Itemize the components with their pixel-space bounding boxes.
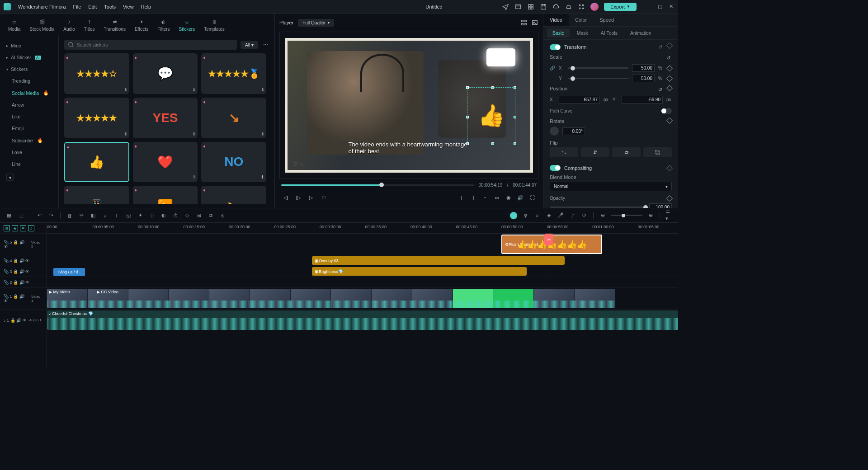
track-head-2[interactable]: 📎 2 🔒 🔊 👁 [0,277,47,288]
record-icon[interactable] [510,212,517,219]
sidebar-mine[interactable]: Mine [0,40,58,52]
select-tool-icon[interactable]: ⬚ [17,212,24,219]
pos-keyframe[interactable] [666,85,673,91]
mark-out-icon[interactable]: } [470,194,477,201]
scale-x-slider[interactable] [568,67,628,69]
keyframe-tool-icon[interactable]: ◇ [184,212,191,219]
picture-icon[interactable] [531,19,538,26]
zoom-in-icon[interactable]: ⊕ [647,212,654,219]
scale-reset-icon[interactable]: ↺ [665,54,672,61]
scale-y-keyframe[interactable] [666,75,673,81]
panel-icon[interactable] [514,3,522,10]
list-icon[interactable]: ☰ ▾ [665,212,673,219]
clip-audio[interactable]: ♪ Cheerful Christmas 💎 [47,310,678,330]
category-love[interactable]: Love [0,146,58,158]
track-head-a1[interactable]: ♪ 1 🔒 🔊 👁Audio 1 [0,310,47,331]
media-tab-stickers[interactable]: ☺Stickers [176,16,198,33]
menu-tools[interactable]: Tools [104,4,116,9]
track-icon[interactable]: ⊞ [195,212,203,219]
audio-snap-icon[interactable]: ♫ [28,225,34,231]
link-snap-icon[interactable]: ⧉ [20,225,26,231]
apps-icon[interactable] [578,3,585,10]
category-trending[interactable]: Trending [0,75,58,87]
text-tool-icon[interactable]: T [113,212,120,219]
mic-icon[interactable]: 🎤 [557,212,564,219]
selected-sticker-overlay[interactable]: 👍 [467,87,515,144]
category-arrow[interactable]: Arrow [0,99,58,111]
opacity-slider[interactable] [550,207,646,208]
subtab-basic[interactable]: Basic [547,28,570,38]
layout-icon[interactable] [527,3,534,10]
pathcurve-toggle[interactable] [661,108,672,114]
zoom-slider[interactable] [611,215,642,216]
color-tool-icon[interactable]: ◐ [160,212,167,219]
media-tab-titles[interactable]: TTitles [81,16,98,33]
opacity-keyframe[interactable] [666,195,673,201]
mark-in-icon[interactable]: { [458,194,465,201]
playhead[interactable]: ✂ [544,234,553,245]
magnet-icon[interactable]: ◈ [12,225,18,231]
grid-view-icon[interactable] [520,19,528,26]
tab-video[interactable]: Video [543,14,569,26]
tab-speed[interactable]: Speed [593,14,620,26]
avatar-icon[interactable] [590,3,599,11]
media-tab-media[interactable]: ▭Media [5,16,23,33]
subtab-ai-tools[interactable]: AI Tools [595,28,623,38]
sticker-item-11[interactable]: ♦▶⬇ [201,186,266,204]
track-head-4[interactable]: 📎 4 🔒 🔊 👁 [0,255,47,266]
subtab-animation[interactable]: Animation [625,28,657,38]
speed-icon[interactable]: ⏱ [172,212,179,219]
mixer-icon[interactable]: ⎎ [569,212,576,219]
scale-y-slider[interactable] [568,78,628,79]
sticker-item-6[interactable]: ♦👍 [64,142,129,183]
volume-icon[interactable]: 🔊 [517,194,524,201]
zoom-out-icon[interactable]: ⊖ [599,212,606,219]
music-icon[interactable]: ♪ [101,212,108,219]
delete-icon[interactable]: 🗑 [66,212,73,219]
magic-icon[interactable]: ✦ [137,212,144,219]
category-line[interactable]: Line [0,158,58,170]
rotate-keyframe[interactable] [666,118,673,124]
search-input[interactable]: Search stickers [64,40,237,50]
link-icon[interactable]: ⬯ [148,212,156,219]
ungroup-icon[interactable]: ⎋ [219,212,226,219]
maximize-icon[interactable]: ▢ [656,3,664,10]
track-head-1[interactable]: 📎 1 🔒 🔊 👁Video 1 [0,288,47,310]
comp-keyframe[interactable] [666,164,673,171]
keyframe-icon[interactable] [666,42,673,49]
close-icon[interactable]: ✕ [667,3,675,10]
pos-reset-icon[interactable]: ↺ [656,86,664,93]
sidebar-ai-sticker[interactable]: AI StickerAI [0,52,58,63]
minimize-icon[interactable]: ─ [646,3,653,10]
render-icon[interactable]: ⟳ [580,212,588,219]
media-tab-templates[interactable]: ⊞Templates [201,16,227,33]
clip-main-video[interactable]: ▶ My Video ▶ CC Video [47,289,615,308]
sticker-item-7[interactable]: ♦❤️+ [133,142,198,183]
clip-brightness[interactable]: ▣ Brightness 💎 [312,267,527,276]
sidebar-stickers[interactable]: Stickers [0,63,58,75]
menu-file[interactable]: File [73,4,81,9]
collapse-sidebar-icon[interactable]: ◂ [6,174,14,181]
scale-y-input[interactable] [632,75,655,82]
scale-x-keyframe[interactable] [666,65,673,71]
more-icon[interactable]: ⋯ [262,41,269,48]
clip-tag-vlog[interactable]: T vlog / a / d... [53,268,85,276]
menu-view[interactable]: View [123,4,134,9]
track-head-5[interactable]: 📎 5 🔒 🔊 👁Video 5 [0,234,47,255]
subtab-mask[interactable]: Mask [571,28,594,38]
sticker-item-3[interactable]: ♦★★★★★⬇ [64,98,129,138]
filter-all[interactable]: All ▾ [241,41,258,49]
media-tab-effects[interactable]: ✦Effects [132,16,151,33]
flip-copy-button[interactable]: ⧉ [612,147,641,157]
category-emoji[interactable]: Emoji [0,122,58,134]
lock-icon[interactable]: 🔗 [550,66,555,70]
prev-frame-icon[interactable]: ◁| [282,194,289,201]
stop-icon[interactable]: □ [320,194,327,201]
flip-h-button[interactable]: ⇋ [550,147,578,157]
category-social-media[interactable]: Social Media🔥 [0,87,58,99]
export-button[interactable]: Export▼ [604,3,637,11]
crop-icon[interactable]: ⌐ [481,194,489,201]
preview-canvas[interactable]: 👍 The video ends with a heartwarming mon… [279,32,538,179]
voiceover-icon[interactable]: 🎙 [522,212,529,219]
fullscreen-icon[interactable]: ⛶ [528,194,536,201]
